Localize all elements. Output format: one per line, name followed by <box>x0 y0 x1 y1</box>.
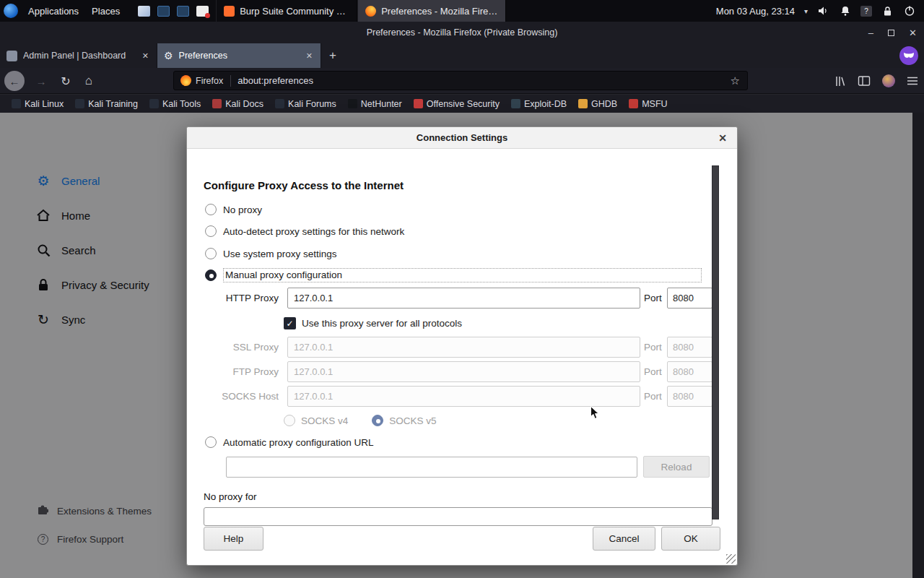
http-port-input[interactable] <box>667 288 712 309</box>
forward-button[interactable]: → <box>30 68 52 94</box>
kali-dragon-icon <box>12 99 21 108</box>
radio-manual-proxy[interactable]: Manual proxy configuration <box>205 268 702 282</box>
tab-close-icon[interactable]: ✕ <box>305 50 314 62</box>
radio-icon-selected[interactable] <box>205 269 217 281</box>
radio-icon[interactable] <box>205 204 217 215</box>
power-icon[interactable] <box>903 5 915 17</box>
help-button[interactable]: Help <box>204 527 263 551</box>
taskbar-window-burp[interactable]: Burp Suite Community Edit... <box>216 0 357 22</box>
taskbar-window-firefox[interactable]: Preferences - Mozilla Firef... <box>357 0 506 22</box>
reload-button[interactable]: ↻ <box>55 68 77 94</box>
ok-button[interactable]: OK <box>661 527 720 551</box>
places-menu[interactable]: Places <box>85 0 126 22</box>
identity-label: Firefox <box>196 76 223 86</box>
bookmark-label: MSFU <box>642 99 667 109</box>
speaker-icon[interactable] <box>817 5 829 17</box>
bookmark-nethunter[interactable]: NetHunter <box>342 95 408 113</box>
close-button[interactable]: ✕ <box>909 27 917 38</box>
dialog-scrollbar[interactable] <box>712 165 719 519</box>
ftp-proxy-row: FTP Proxy Port <box>187 361 737 382</box>
launcher-icon[interactable] <box>138 6 150 17</box>
bookmark-label: Offensive Security <box>427 99 500 109</box>
dialog-close-icon[interactable]: ✕ <box>718 127 727 149</box>
bookmark-star-icon[interactable]: ☆ <box>723 74 747 87</box>
radio-automatic-proxy-url[interactable]: Automatic proxy configuration URL <box>205 435 374 449</box>
msfu-icon <box>629 99 638 108</box>
window-titlebar[interactable]: Preferences - Mozilla Firefox (Private B… <box>0 22 924 43</box>
clock[interactable]: Mon 03 Aug, 23:14 <box>716 6 795 17</box>
bookmark-kali-tools[interactable]: Kali Tools <box>144 95 206 113</box>
chevron-down-icon[interactable]: ▾ <box>804 7 808 15</box>
lock-icon[interactable] <box>881 5 894 17</box>
radio-no-proxy[interactable]: No proxy <box>205 202 262 217</box>
menu-hamburger-icon[interactable] <box>907 76 918 86</box>
no-proxy-for-input[interactable] <box>204 507 712 526</box>
launcher-icons <box>138 6 209 17</box>
library-icon[interactable] <box>834 75 846 87</box>
ghdb-icon <box>578 99 588 108</box>
page-scrollbar[interactable] <box>912 113 924 578</box>
launcher-icon[interactable] <box>177 6 189 17</box>
new-tab-button[interactable]: + <box>321 43 344 68</box>
checkbox-checked-icon[interactable]: ✓ <box>284 317 296 329</box>
tab-close-icon[interactable]: ✕ <box>141 50 150 62</box>
launcher-icon[interactable] <box>157 6 170 17</box>
http-proxy-input[interactable] <box>287 288 640 309</box>
private-browsing-icon <box>899 46 918 65</box>
back-button[interactable]: ← <box>4 71 25 91</box>
kali-dragon-icon <box>275 99 284 108</box>
ssl-proxy-row: SSL Proxy Port <box>187 337 737 358</box>
bookmark-exploit-db[interactable]: Exploit-DB <box>505 95 572 113</box>
kali-dragon-icon <box>149 99 159 108</box>
keyboard-indicator-icon[interactable]: ? <box>860 6 872 17</box>
kali-dragon-icon <box>75 99 84 108</box>
launcher-icon[interactable] <box>196 6 209 17</box>
home-button[interactable]: ⌂ <box>78 68 100 94</box>
radio-icon[interactable] <box>205 248 217 259</box>
ssl-port-input <box>667 337 712 358</box>
bookmark-kali-training[interactable]: Kali Training <box>69 95 144 113</box>
radio-socks-v5-selected <box>372 415 383 426</box>
account-avatar[interactable] <box>882 74 895 87</box>
radio-icon[interactable] <box>205 225 217 237</box>
bookmark-kali-docs[interactable]: Kali Docs <box>206 95 269 113</box>
minimize-button[interactable]: – <box>868 27 873 38</box>
bookmark-kali-linux[interactable]: Kali Linux <box>6 95 69 113</box>
reload-button-disabled: Reload <box>643 456 710 478</box>
radio-system-proxy[interactable]: Use system proxy settings <box>205 246 337 261</box>
kali-menu-icon[interactable] <box>4 4 18 18</box>
bookmark-offensive-security[interactable]: Offensive Security <box>408 95 505 113</box>
radio-label: SOCKS v4 <box>301 415 348 426</box>
radio-label: Use system proxy settings <box>223 249 337 259</box>
radio-label: Manual proxy configuration <box>223 268 702 282</box>
desktop: Applications Places Burp Suite Community… <box>0 0 924 578</box>
offsec-icon <box>414 99 423 108</box>
ssl-proxy-input <box>287 337 640 358</box>
radio-icon[interactable] <box>205 436 217 448</box>
url-text[interactable]: about:preferences <box>237 75 723 86</box>
bookmark-label: Kali Tools <box>162 99 201 109</box>
bookmark-ghdb[interactable]: GHDB <box>572 95 623 113</box>
tab-preferences[interactable]: ⚙ Preferences ✕ <box>157 43 321 68</box>
resize-grip[interactable] <box>726 554 736 564</box>
applications-menu[interactable]: Applications <box>22 0 85 22</box>
sidebar-toggle-icon[interactable] <box>858 75 871 87</box>
checkbox-label: Use this proxy server for all protocols <box>302 318 462 329</box>
dialog-body: Configure Proxy Access to the Internet N… <box>187 149 737 565</box>
bookmark-msfu[interactable]: MSFU <box>623 95 673 113</box>
tab-bar: Admin Panel | Dashboard ✕ ⚙ Preferences … <box>0 43 924 68</box>
radio-autodetect-proxy[interactable]: Auto-detect proxy settings for this netw… <box>205 224 404 238</box>
dialog-titlebar[interactable]: Connection Settings ✕ <box>187 127 737 149</box>
bell-icon[interactable] <box>839 5 851 17</box>
site-identity-chip[interactable]: Firefox <box>174 72 230 90</box>
cancel-button[interactable]: Cancel <box>593 527 655 551</box>
firefox-icon <box>365 6 376 17</box>
tab-admin-panel[interactable]: Admin Panel | Dashboard ✕ <box>0 43 157 68</box>
url-bar[interactable]: Firefox about:preferences ☆ <box>173 71 748 90</box>
maximize-button[interactable] <box>888 30 894 36</box>
connection-settings-dialog: Connection Settings ✕ Configure Proxy Ac… <box>186 126 738 566</box>
http-proxy-row: HTTP Proxy Port <box>187 288 737 309</box>
bookmark-kali-forums[interactable]: Kali Forums <box>269 95 342 113</box>
use-for-all-protocols-checkbox[interactable]: ✓ Use this proxy server for all protocol… <box>284 316 462 330</box>
automatic-proxy-url-input[interactable] <box>226 457 637 478</box>
